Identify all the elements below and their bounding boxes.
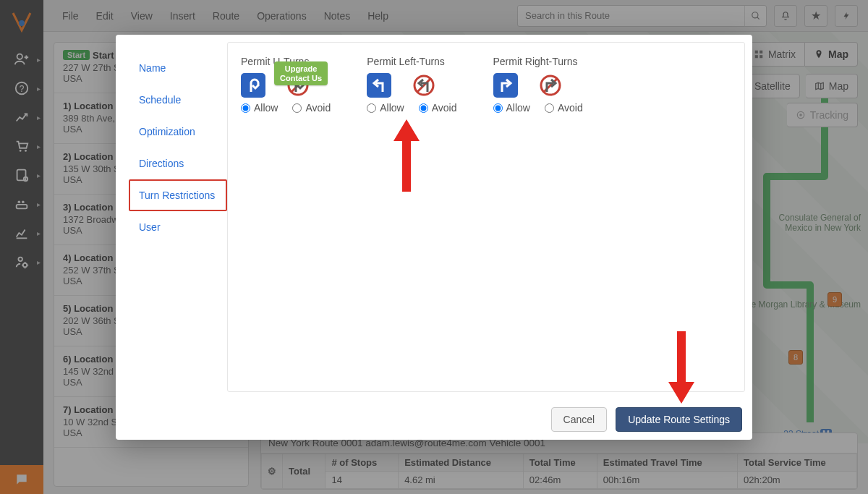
radio-allow[interactable]: Allow bbox=[241, 102, 278, 114]
turn-allow-icon bbox=[367, 73, 391, 98]
radio-avoid[interactable]: Avoid bbox=[419, 102, 457, 114]
svg-marker-29 bbox=[668, 331, 694, 404]
turn-group-r: Permit Right-Turns Allow Avoid bbox=[493, 56, 583, 114]
annotation-arrow bbox=[667, 331, 696, 404]
group-title: Permit Right-Turns bbox=[493, 56, 583, 67]
tab-turn-restrictions[interactable]: Turn Restrictions bbox=[129, 179, 227, 211]
tab-directions[interactable]: Directions bbox=[129, 148, 227, 179]
cancel-button[interactable]: Cancel bbox=[551, 407, 608, 432]
turn-avoid-icon bbox=[412, 73, 436, 98]
turn-allow-icon bbox=[241, 73, 265, 98]
group-title: Permit Left-Turns bbox=[367, 56, 456, 67]
radio-allow[interactable]: Allow bbox=[367, 102, 404, 114]
tab-user[interactable]: User bbox=[129, 211, 227, 243]
turn-allow-icon bbox=[493, 73, 518, 98]
upgrade-badge[interactable]: Upgrade Contact Us bbox=[274, 61, 328, 85]
upgrade-line1: Upgrade bbox=[280, 64, 322, 74]
tab-name[interactable]: Name bbox=[129, 52, 227, 84]
route-settings-modal: NameScheduleOptimizationDirectionsTurn R… bbox=[116, 35, 752, 440]
svg-marker-28 bbox=[393, 119, 420, 192]
upgrade-line2: Contact Us bbox=[280, 74, 322, 83]
update-route-settings-button[interactable]: Update Route Settings bbox=[616, 407, 742, 432]
radio-avoid[interactable]: Avoid bbox=[292, 102, 331, 114]
turn-group-l: Permit Left-Turns Allow Avoid bbox=[367, 56, 456, 114]
turn-avoid-icon bbox=[538, 73, 563, 98]
radio-allow[interactable]: Allow bbox=[493, 102, 530, 114]
tab-schedule[interactable]: Schedule bbox=[129, 84, 227, 116]
modal-tabs: NameScheduleOptimizationDirectionsTurn R… bbox=[123, 42, 227, 392]
annotation-arrow bbox=[392, 119, 421, 192]
tab-optimization[interactable]: Optimization bbox=[129, 116, 227, 148]
radio-avoid[interactable]: Avoid bbox=[545, 102, 583, 114]
